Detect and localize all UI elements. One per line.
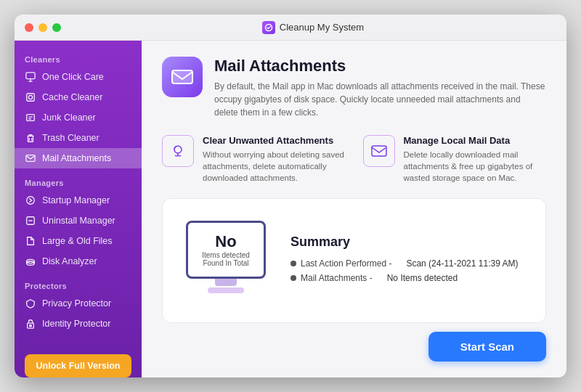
sidebar: Cleaners One Click Care Cache Cleaner bbox=[15, 41, 142, 377]
maximize-button[interactable] bbox=[52, 23, 61, 32]
feature-icon-0 bbox=[162, 135, 194, 167]
svg-rect-12 bbox=[26, 155, 35, 162]
titlebar-center: Cleanup My System bbox=[70, 21, 556, 34]
titlebar: Cleanup My System bbox=[15, 15, 566, 41]
sidebar-item-trash-cleaner[interactable]: Trash Cleaner bbox=[15, 128, 142, 148]
sidebar-item-one-click-care[interactable]: One Click Care bbox=[15, 67, 142, 87]
cache-cleaner-icon bbox=[25, 91, 36, 103]
svg-rect-4 bbox=[27, 94, 35, 102]
sidebar-item-mail-attachments[interactable]: Mail Attachments bbox=[15, 148, 142, 168]
sidebar-item-startup-manager[interactable]: Startup Manager bbox=[15, 190, 142, 211]
identity-protector-icon bbox=[25, 318, 36, 330]
summary-value-1: No Items detected bbox=[387, 273, 458, 283]
summary-label-0: Last Action Performed - bbox=[301, 258, 391, 269]
page-title: Mail Attachments bbox=[214, 57, 546, 75]
summary-title: Summary bbox=[290, 234, 529, 250]
sidebar-item-label: One Click Care bbox=[42, 72, 104, 82]
page-header-text: Mail Attachments By default, the Mail ap… bbox=[214, 57, 546, 119]
content-area: Mail Attachments By default, the Mail ap… bbox=[142, 41, 566, 377]
sidebar-item-label: Privacy Protector bbox=[42, 298, 111, 309]
disk-analyzer-icon bbox=[25, 256, 36, 267]
sidebar-item-label: Uninstall Manager bbox=[42, 216, 115, 226]
start-scan-button[interactable]: Start Scan bbox=[428, 332, 546, 362]
summary-item-label-0: Last Action Performed - bbox=[290, 258, 391, 269]
svg-point-13 bbox=[27, 197, 35, 205]
svg-rect-25 bbox=[372, 146, 386, 156]
junk-cleaner-icon bbox=[25, 112, 36, 123]
summary-value-0: Scan (24-11-2021 11:39 AM) bbox=[406, 258, 518, 269]
unlock-full-version-button[interactable]: Unlock Full Version bbox=[25, 354, 131, 377]
main-window: Cleanup My System Cleaners One Click Car… bbox=[15, 15, 566, 377]
sidebar-item-large-old-files[interactable]: Large & Old Files bbox=[15, 231, 142, 251]
feature-icon-1 bbox=[363, 135, 395, 167]
sidebar-item-disk-analyzer[interactable]: Disk Analyzer bbox=[15, 251, 142, 271]
main-content: Cleaners One Click Care Cache Cleaner bbox=[15, 41, 566, 377]
traffic-lights bbox=[25, 23, 61, 32]
page-header-icon bbox=[162, 57, 203, 97]
managers-section-label: Managers bbox=[15, 174, 142, 190]
monitor-illustration: No Items detected Found In Total bbox=[179, 221, 273, 301]
trash-cleaner-icon bbox=[25, 132, 36, 144]
sidebar-item-privacy-protector[interactable]: Privacy Protector bbox=[15, 293, 142, 314]
svg-rect-9 bbox=[28, 136, 33, 142]
summary-item-value-1: No Items detected bbox=[387, 273, 458, 283]
page-description: By default, the Mail app in Mac download… bbox=[214, 80, 546, 119]
feature-title-1: Manage Local Mail Data bbox=[404, 135, 547, 146]
sidebar-item-label: Startup Manager bbox=[42, 195, 110, 205]
summary-row-1: Mail Attachments - No Items detected bbox=[290, 273, 529, 283]
feature-text-0: Clear Unwanted Attachments Without worry… bbox=[203, 135, 346, 184]
startup-manager-icon bbox=[25, 195, 36, 206]
app-title: Cleanup My System bbox=[280, 22, 364, 33]
protectors-section-label: Protectors bbox=[15, 277, 142, 293]
svg-point-21 bbox=[30, 324, 32, 327]
uninstall-manager-icon bbox=[25, 215, 36, 226]
bullet-0 bbox=[290, 261, 296, 266]
summary-card: No Items detected Found In Total Summary… bbox=[162, 198, 546, 323]
app-icon bbox=[262, 21, 275, 34]
sidebar-item-label: Trash Cleaner bbox=[42, 133, 99, 143]
feature-desc-0: Without worrying about deleting saved at… bbox=[203, 149, 346, 184]
monitor-stand bbox=[215, 279, 237, 286]
feature-desc-1: Delete locally downloaded mail attachmen… bbox=[404, 149, 547, 184]
monitor-base bbox=[208, 287, 244, 293]
feature-text-1: Manage Local Mail Data Delete locally do… bbox=[404, 135, 547, 184]
privacy-protector-icon bbox=[25, 298, 36, 309]
sidebar-item-label: Cache Cleaner bbox=[42, 92, 102, 102]
monitor-found: Found In Total bbox=[203, 259, 248, 267]
summary-row-0: Last Action Performed - Scan (24-11-2021… bbox=[290, 258, 529, 269]
sidebar-item-cache-cleaner[interactable]: Cache Cleaner bbox=[15, 87, 142, 107]
sidebar-item-uninstall-manager[interactable]: Uninstall Manager bbox=[15, 211, 142, 231]
svg-rect-22 bbox=[172, 70, 192, 83]
bottom-bar: Start Scan bbox=[162, 323, 546, 362]
close-button[interactable] bbox=[25, 23, 33, 32]
monitor-screen: No Items detected Found In Total bbox=[186, 221, 266, 279]
one-click-care-icon bbox=[25, 71, 36, 83]
svg-rect-1 bbox=[26, 73, 35, 79]
sidebar-item-label: Identity Protector bbox=[42, 319, 111, 329]
mail-attachments-icon bbox=[25, 152, 36, 164]
summary-item-value-0: Scan (24-11-2021 11:39 AM) bbox=[406, 258, 518, 269]
monitor-items: Items detected bbox=[202, 251, 250, 259]
bullet-1 bbox=[290, 275, 296, 281]
svg-point-5 bbox=[28, 95, 32, 99]
sidebar-item-junk-cleaner[interactable]: Junk Cleaner bbox=[15, 107, 142, 128]
minimize-button[interactable] bbox=[38, 23, 47, 32]
large-old-files-icon bbox=[25, 235, 36, 247]
sidebar-item-label: Mail Attachments bbox=[42, 153, 111, 163]
feature-title-0: Clear Unwanted Attachments bbox=[203, 135, 346, 146]
sidebar-item-label: Junk Cleaner bbox=[42, 113, 96, 123]
summary-info: Summary Last Action Performed - Scan (24… bbox=[290, 234, 529, 287]
page-header: Mail Attachments By default, the Mail ap… bbox=[162, 57, 546, 119]
summary-label-1: Mail Attachments - bbox=[301, 273, 373, 283]
feature-card-1: Manage Local Mail Data Delete locally do… bbox=[363, 135, 547, 184]
summary-item-label-1: Mail Attachments - bbox=[290, 273, 373, 283]
feature-card-0: Clear Unwanted Attachments Without worry… bbox=[162, 135, 346, 184]
sidebar-item-label: Large & Old Files bbox=[42, 236, 113, 246]
sidebar-item-identity-protector[interactable]: Identity Protector bbox=[15, 314, 142, 334]
svg-rect-6 bbox=[27, 115, 35, 121]
sidebar-footer: Unlock Full Version bbox=[15, 334, 142, 377]
sidebar-item-label: Disk Analyzer bbox=[42, 256, 97, 266]
monitor-no: No bbox=[215, 232, 236, 251]
features-row: Clear Unwanted Attachments Without worry… bbox=[162, 135, 546, 184]
cleaners-section-label: Cleaners bbox=[15, 51, 142, 67]
